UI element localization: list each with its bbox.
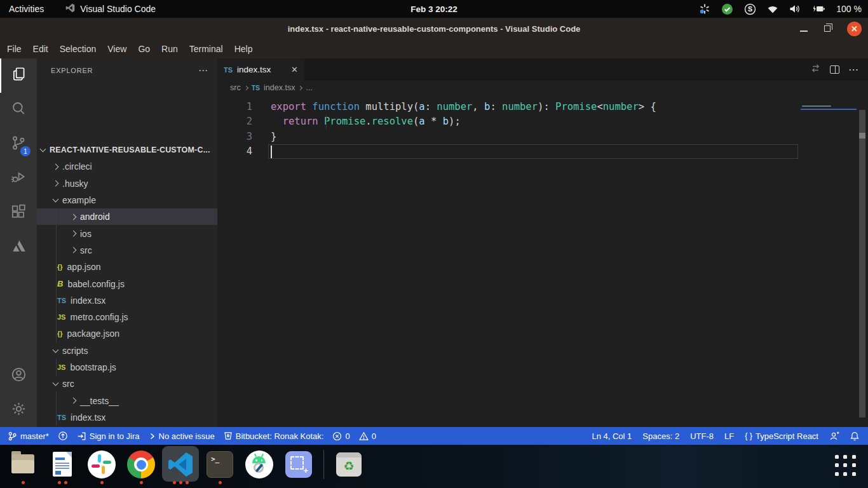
- vscode-title-bar[interactable]: index.tsx - react-native-reusable-custom…: [0, 18, 868, 39]
- status-warnings[interactable]: 0: [359, 431, 376, 441]
- tree-item-index-tsx[interactable]: TSindex.tsx: [37, 292, 217, 309]
- status-branch[interactable]: master*: [8, 431, 49, 441]
- dock-chrome[interactable]: [126, 450, 156, 484]
- close-button[interactable]: ✕: [847, 22, 862, 36]
- explorer-tab[interactable]: [0, 58, 37, 93]
- battery-icon[interactable]: [811, 4, 825, 14]
- tab-close-icon[interactable]: ✕: [291, 65, 298, 74]
- updates-check-icon[interactable]: [721, 3, 733, 15]
- code-area[interactable]: 1export function multiply(a: number, b: …: [217, 95, 868, 427]
- source-control-tab[interactable]: 1: [0, 127, 37, 161]
- dock-files[interactable]: [8, 450, 37, 484]
- breadcrumb-src[interactable]: src: [230, 83, 241, 92]
- code-line-4[interactable]: 4: [217, 144, 868, 159]
- android-studio-icon: [245, 450, 274, 479]
- status-eol[interactable]: LF: [724, 431, 734, 441]
- search-tab[interactable]: [0, 93, 37, 127]
- chevron-right-icon: [53, 180, 59, 187]
- menu-view[interactable]: View: [102, 41, 132, 57]
- tree-item-label: ios: [80, 229, 92, 239]
- status-feedback[interactable]: [829, 431, 839, 441]
- breadcrumb-file[interactable]: index.tsx: [264, 83, 295, 92]
- terminal-icon: >_: [205, 450, 234, 479]
- tree-item-package-json[interactable]: {}package.json: [37, 325, 217, 342]
- tree-item-index-tsx[interactable]: TSindex.tsx: [37, 409, 217, 426]
- status-publish[interactable]: [58, 431, 68, 441]
- editor-more-icon[interactable]: ⋯: [848, 64, 859, 76]
- settings-button[interactable]: [0, 393, 37, 427]
- status-language-mode[interactable]: { }TypeScript React: [745, 431, 818, 441]
- status-issue[interactable]: No active issue: [149, 431, 215, 441]
- status-errors-label: 0: [345, 431, 349, 441]
- views-more-icon[interactable]: ⋯: [198, 65, 208, 76]
- split-editor-icon[interactable]: [830, 65, 839, 74]
- tree-item-src[interactable]: src: [37, 376, 217, 392]
- tree-item-react-native-reusable-custom-c[interactable]: REACT-NATIVE-REUSABLE-CUSTOM-C...: [37, 142, 217, 158]
- menu-run[interactable]: Run: [156, 41, 184, 57]
- running-indicator: [126, 481, 156, 484]
- code-line-2[interactable]: 2 return Promise.resolve(a * b);: [217, 114, 868, 129]
- tree-item-app-json[interactable]: {}app.json: [37, 259, 217, 275]
- menu-go[interactable]: Go: [132, 41, 156, 57]
- minimap[interactable]: [799, 98, 858, 137]
- bell-icon: [850, 431, 859, 441]
- status-indentation[interactable]: Spaces: 2: [642, 431, 679, 441]
- status-indentation-label: Spaces: 2: [642, 431, 679, 441]
- scrollbar[interactable]: [859, 110, 865, 417]
- status-branch-label: master*: [20, 431, 49, 441]
- tree-item-bootstrap-js[interactable]: JSbootstrap.js: [37, 359, 217, 376]
- dock-terminal[interactable]: >_: [205, 450, 234, 484]
- tree-item-scripts[interactable]: scripts: [37, 342, 217, 359]
- tree-item-label: example: [62, 195, 96, 205]
- tree-item-circleci[interactable]: .circleci: [37, 158, 217, 175]
- code-line-1[interactable]: 1export function multiply(a: number, b: …: [217, 100, 868, 114]
- dock-libreoffice-writer[interactable]: [48, 450, 77, 484]
- status-notifications[interactable]: [850, 431, 859, 441]
- run-debug-tab[interactable]: [0, 161, 37, 196]
- tree-item-babel-config-js[interactable]: Bbabel.config.js: [37, 275, 217, 292]
- dock-slack[interactable]: [87, 450, 116, 484]
- open-changes-icon[interactable]: [810, 64, 821, 76]
- status-cursor-position[interactable]: Ln 4, Col 1: [592, 431, 632, 441]
- status-errors[interactable]: 0: [332, 431, 349, 441]
- menu-help[interactable]: Help: [229, 41, 259, 57]
- app-grid-button[interactable]: [835, 455, 857, 477]
- activity-bar: 1: [0, 58, 37, 427]
- dock-trash[interactable]: ♻: [334, 450, 363, 484]
- wifi-icon[interactable]: [767, 4, 778, 14]
- volume-icon[interactable]: [789, 4, 801, 14]
- menu-edit[interactable]: Edit: [27, 41, 54, 57]
- status-jira[interactable]: Sign in to Jira: [77, 431, 140, 441]
- dock-vscode[interactable]: [166, 450, 195, 484]
- dock-screenshot-tool[interactable]: +: [284, 450, 313, 484]
- status-bitbucket[interactable]: Bitbucket: Ronak Kotak:: [224, 431, 324, 441]
- tab-index-tsx[interactable]: TS index.tsx ✕: [217, 58, 305, 81]
- tree-item-src[interactable]: src: [37, 242, 217, 259]
- dock-android-studio[interactable]: [245, 450, 274, 484]
- code-line-3[interactable]: 3}: [217, 130, 868, 144]
- accounts-button[interactable]: [0, 358, 37, 393]
- menu-file[interactable]: File: [1, 41, 27, 57]
- running-indicator: [205, 481, 234, 484]
- extensions-tab[interactable]: [0, 196, 37, 230]
- app-indicator-icon[interactable]: [699, 3, 710, 15]
- menu-selection[interactable]: Selection: [54, 41, 102, 57]
- breadcrumb-symbol[interactable]: ...: [306, 83, 312, 92]
- tree-item-tests[interactable]: __tests__: [37, 392, 217, 409]
- scrollbar-handle[interactable]: [859, 133, 865, 139]
- status-encoding[interactable]: UTF-8: [690, 431, 714, 441]
- atlassian-tab[interactable]: [0, 230, 37, 264]
- chevron-down-icon: [40, 146, 46, 152]
- status-cursor-position-label: Ln 4, Col 1: [592, 431, 632, 441]
- gear-icon: [10, 400, 27, 420]
- tree-item-example[interactable]: example: [37, 192, 217, 208]
- restore-button[interactable]: [824, 25, 831, 32]
- tree-item-android[interactable]: android: [37, 208, 217, 225]
- tree-item-husky[interactable]: .husky: [37, 175, 217, 192]
- menu-terminal[interactable]: Terminal: [184, 41, 229, 57]
- running-indicator: [48, 481, 77, 484]
- tree-item-ios[interactable]: ios: [37, 225, 217, 241]
- minimize-button[interactable]: [800, 30, 808, 32]
- tree-item-metro-config-js[interactable]: JSmetro.config.js: [37, 309, 217, 325]
- s-indicator-icon[interactable]: S: [744, 3, 756, 15]
